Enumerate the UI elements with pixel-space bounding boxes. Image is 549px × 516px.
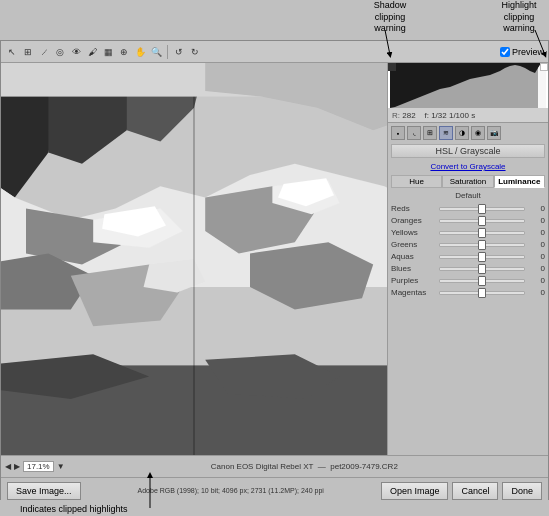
purples-slider[interactable] — [439, 279, 525, 283]
image-panel — [1, 63, 388, 455]
oranges-value: 0 — [527, 216, 545, 225]
histogram-area: R: 282 f: 1/32 1/100 s G: 282 752×400 75… — [388, 63, 548, 123]
preview-checkbox[interactable]: Preview — [500, 47, 544, 57]
default-label: Default — [391, 191, 545, 200]
crop-tool-icon[interactable]: ⊞ — [21, 45, 35, 59]
spot-icon[interactable]: ◎ — [53, 45, 67, 59]
status-left: ◀ ▶ 17.1% ▼ — [5, 461, 65, 472]
brush-icon[interactable]: 🖌 — [85, 45, 99, 59]
lens-icon[interactable]: ◉ — [471, 126, 485, 140]
yellows-slider[interactable] — [439, 231, 525, 235]
aquas-slider[interactable] — [439, 255, 525, 259]
status-bar: ◀ ▶ 17.1% ▼ Canon EOS Digital Rebel XT —… — [1, 455, 548, 477]
oranges-label: Oranges — [391, 216, 439, 225]
magentas-value: 0 — [527, 288, 545, 297]
action-bar: Save Image... Adobe RGB (1998); 10 bit; … — [1, 477, 548, 503]
exif-line1: f: 1/32 1/100 s — [424, 111, 475, 120]
g-value: 282 — [403, 122, 416, 123]
reds-row: Reds 0 — [391, 204, 545, 213]
tabs-row: Hue Saturation Luminance — [391, 175, 545, 188]
histogram-canvas — [388, 63, 548, 108]
split-tone-icon[interactable]: ◑ — [455, 126, 469, 140]
magentas-label: Magentas — [391, 288, 439, 297]
blues-label: Blues — [391, 264, 439, 273]
status-center: Canon EOS Digital Rebel XT — pet2009-747… — [65, 462, 544, 471]
reds-value: 0 — [527, 204, 545, 213]
exif-line2: 752×400 75-300@300mm — [425, 122, 518, 123]
aquas-row: Aquas 0 — [391, 252, 545, 261]
greens-label: Greens — [391, 240, 439, 249]
straighten-icon[interactable]: ⟋ — [37, 45, 51, 59]
detail-icon[interactable]: ⊞ — [423, 126, 437, 140]
cancel-button[interactable]: Cancel — [452, 482, 498, 500]
purples-label: Purples — [391, 276, 439, 285]
color-sliders: Reds 0 Oranges 0 Yellows 0 — [391, 204, 545, 297]
rotate-right-icon[interactable]: ↻ — [188, 45, 202, 59]
highlight-clip-indicator[interactable] — [540, 63, 548, 71]
open-image-button[interactable]: Open Image — [381, 482, 449, 500]
redeye-icon[interactable]: 👁 — [69, 45, 83, 59]
histogram-svg — [388, 63, 548, 108]
shadow-annotation: Shadow clipping warning — [355, 0, 425, 35]
aquas-label: Aquas — [391, 252, 439, 261]
zoom-display: 17.1% — [23, 461, 54, 472]
purples-row: Purples 0 — [391, 276, 545, 285]
toolbar-right: Preview — [500, 47, 544, 57]
grad-icon[interactable]: ▦ — [101, 45, 115, 59]
hsl-icon[interactable]: ≋ — [439, 126, 453, 140]
right-panel: R: 282 f: 1/32 1/100 s G: 282 752×400 75… — [388, 63, 548, 455]
mode-label[interactable]: HSL / Grayscale — [391, 144, 545, 158]
basic-panel-icon[interactable]: ▪ — [391, 126, 405, 140]
bottom-annotation: Indicates clipped highlights — [20, 504, 128, 514]
tab-luminance[interactable]: Luminance — [494, 175, 545, 188]
purples-value: 0 — [527, 276, 545, 285]
filename: pet2009-7479.CR2 — [330, 462, 398, 471]
camera-name: Canon EOS Digital Rebel XT — [211, 462, 314, 471]
exif-info: R: 282 f: 1/32 1/100 s G: 282 752×400 75… — [388, 108, 548, 123]
blues-row: Blues 0 — [391, 264, 545, 273]
yellows-value: 0 — [527, 228, 545, 237]
file-info: Adobe RGB (1998); 10 bit; 4096 px; 2731 … — [85, 487, 377, 494]
toolbar: ↖ ⊞ ⟋ ◎ 👁 🖌 ▦ ⊕ ✋ 🔍 ↺ ↻ Preview — [1, 41, 548, 63]
highlight-annotation: Highlight clipping warning — [490, 0, 548, 35]
tone-curve-icon[interactable]: ◟ — [407, 126, 421, 140]
yellows-label: Yellows — [391, 228, 439, 237]
greens-row: Greens 0 — [391, 240, 545, 249]
mode-selector: HSL / Grayscale — [391, 144, 545, 158]
zoom-decrease-icon[interactable]: ▼ — [57, 462, 65, 471]
yellows-row: Yellows 0 — [391, 228, 545, 237]
magentas-row: Magentas 0 — [391, 288, 545, 297]
controls-toolbar: ▪ ◟ ⊞ ≋ ◑ ◉ 📷 — [391, 126, 545, 140]
prev-nav-icon[interactable]: ◀ — [5, 462, 11, 471]
tab-saturation[interactable]: Saturation — [442, 175, 493, 188]
main-content: R: 282 f: 1/32 1/100 s G: 282 752×400 75… — [1, 63, 548, 455]
zoom-icon[interactable]: 🔍 — [149, 45, 163, 59]
preview-label: Preview — [512, 47, 544, 57]
target-icon[interactable]: ⊕ — [117, 45, 131, 59]
save-image-button[interactable]: Save Image... — [7, 482, 81, 500]
oranges-row: Oranges 0 — [391, 216, 545, 225]
magentas-slider[interactable] — [439, 291, 525, 295]
blues-value: 0 — [527, 264, 545, 273]
next-nav-icon[interactable]: ▶ — [14, 462, 20, 471]
rotate-left-icon[interactable]: ↺ — [172, 45, 186, 59]
camera-cal-icon[interactable]: 📷 — [487, 126, 501, 140]
hand-icon[interactable]: ✋ — [133, 45, 147, 59]
greens-slider[interactable] — [439, 243, 525, 247]
app-window: ↖ ⊞ ⟋ ◎ 👁 🖌 ▦ ⊕ ✋ 🔍 ↺ ↻ Preview — [0, 40, 549, 500]
preview-check[interactable] — [500, 47, 510, 57]
oranges-slider[interactable] — [439, 219, 525, 223]
aquas-value: 0 — [527, 252, 545, 261]
shadow-clip-indicator[interactable] — [388, 63, 396, 71]
controls-area: ▪ ◟ ⊞ ≋ ◑ ◉ 📷 HSL / Grayscale Convert to… — [388, 123, 548, 455]
blues-slider[interactable] — [439, 267, 525, 271]
tab-hue[interactable]: Hue — [391, 175, 442, 188]
convert-link[interactable]: Convert to Grayscale — [391, 162, 545, 171]
reds-label: Reds — [391, 204, 439, 213]
arrow-tool-icon[interactable]: ↖ — [5, 45, 19, 59]
toolbar-divider-1 — [167, 45, 168, 59]
reds-slider[interactable] — [439, 207, 525, 211]
r-value: 282 — [402, 111, 415, 120]
image-canvas — [1, 63, 387, 455]
done-button[interactable]: Done — [502, 482, 542, 500]
